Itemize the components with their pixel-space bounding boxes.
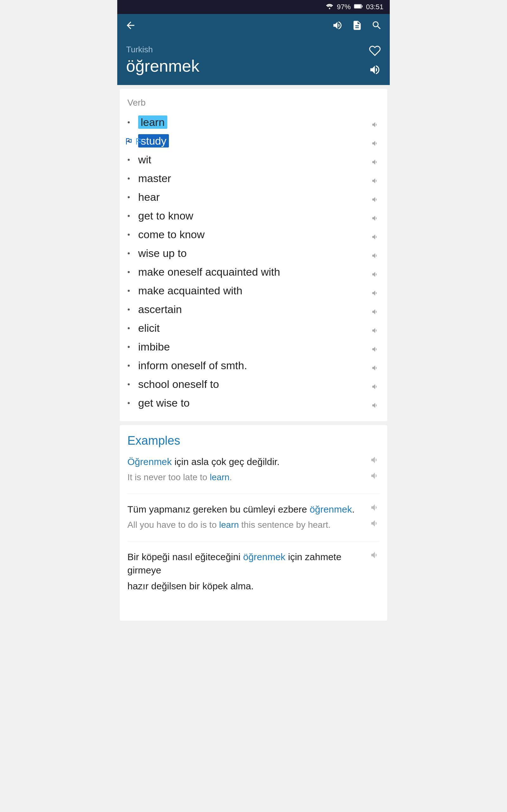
- list-item: • inform oneself of smth.: [127, 356, 380, 375]
- examples-title: Examples: [127, 434, 380, 448]
- list-item: • get wise to: [127, 394, 380, 412]
- example-item: Öğrenmek için asla çok geç değildir. It …: [127, 455, 380, 494]
- speaker-icon[interactable]: [371, 399, 380, 407]
- list-item: • study: [127, 132, 380, 150]
- bullet: •: [127, 155, 134, 164]
- svg-point-0: [329, 8, 330, 9]
- word-text[interactable]: master: [138, 172, 366, 185]
- search-button[interactable]: [372, 20, 382, 34]
- word-list: • learn • study • wit: [127, 113, 380, 412]
- speaker-icon[interactable]: [371, 250, 380, 257]
- speaker-icon[interactable]: [371, 324, 380, 332]
- favorite-button[interactable]: [369, 45, 381, 59]
- bullet: •: [127, 380, 134, 389]
- bullet: •: [127, 361, 134, 370]
- definitions-card: Verb • learn • study: [120, 89, 387, 421]
- example-item: Tüm yapmanız gereken bu cümleyi ezbere ö…: [127, 503, 380, 542]
- list-item: • make acquainted with: [127, 281, 380, 300]
- word-text[interactable]: elicit: [138, 322, 366, 334]
- speaker-icon[interactable]: [371, 212, 380, 220]
- word-text[interactable]: come to know: [138, 229, 366, 241]
- word-text[interactable]: inform oneself of smth.: [138, 359, 366, 372]
- example-audio-button[interactable]: [370, 455, 380, 467]
- list-item: • wise up to: [127, 244, 380, 263]
- example-audio-button[interactable]: [370, 471, 380, 483]
- example-translation: It is never too late to learn.: [127, 471, 366, 484]
- speaker-icon[interactable]: [371, 362, 380, 369]
- example-link[interactable]: öğrenmek: [243, 552, 285, 562]
- example-audio-button[interactable]: [370, 550, 380, 562]
- example-translation-row: It is never too late to learn.: [127, 471, 380, 484]
- toolbar: [117, 14, 390, 40]
- speaker-icon[interactable]: [371, 306, 380, 313]
- example-link[interactable]: öğrenmek: [309, 504, 352, 514]
- example-continued: hazır değilsen bir köpek alma.: [127, 579, 380, 593]
- speaker-icon[interactable]: [371, 287, 380, 295]
- example-original: Tüm yapmanız gereken bu cümleyi ezbere ö…: [127, 503, 366, 516]
- word-text[interactable]: imbibe: [138, 341, 366, 353]
- word-text[interactable]: hear: [138, 191, 366, 203]
- word-text[interactable]: learn: [138, 116, 366, 129]
- speaker-icon[interactable]: [371, 119, 380, 126]
- translation-link[interactable]: learn: [210, 472, 229, 482]
- word-text[interactable]: make acquainted with: [138, 285, 366, 297]
- speaker-icon[interactable]: [371, 175, 380, 183]
- list-item: • wit: [127, 150, 380, 169]
- examples-section: Examples Öğrenmek için asla çok geç deği…: [120, 425, 387, 621]
- wifi-icon: [326, 3, 334, 11]
- example-row: Bir köpeği nasıl eğiteceğini öğrenmek iç…: [127, 550, 380, 577]
- word-text[interactable]: wise up to: [138, 247, 366, 259]
- example-row: Tüm yapmanız gereken bu cümleyi ezbere ö…: [127, 503, 380, 516]
- bullet: •: [127, 287, 134, 295]
- toolbar-actions: [332, 20, 382, 34]
- bullet: •: [127, 268, 134, 276]
- list-item: • imbibe: [127, 338, 380, 356]
- word-text[interactable]: get to know: [138, 210, 366, 222]
- speaker-icon[interactable]: [371, 194, 380, 201]
- word-header: Turkish öğrenmek: [117, 40, 390, 85]
- bullet: •: [127, 212, 134, 220]
- audio-button[interactable]: [332, 20, 343, 34]
- speaker-icon[interactable]: [371, 268, 380, 276]
- word-text[interactable]: wit: [138, 154, 366, 166]
- example-row: Öğrenmek için asla çok geç değildir.: [127, 455, 380, 468]
- bullet: •: [127, 399, 134, 408]
- list-item: • elicit: [127, 319, 380, 338]
- bullet: •: [127, 324, 134, 333]
- list-item: • make oneself acquainted with: [127, 263, 380, 281]
- list-item: • school oneself to: [127, 375, 380, 394]
- word-text[interactable]: school oneself to: [138, 378, 366, 391]
- speaker-icon[interactable]: [371, 137, 380, 145]
- speaker-icon[interactable]: [371, 380, 380, 388]
- list-item: • ascertain: [127, 300, 380, 319]
- example-translation-row: All you have to do is to learn this sent…: [127, 519, 380, 531]
- example-audio-button[interactable]: [370, 519, 380, 530]
- doc-button[interactable]: [352, 20, 362, 34]
- speaker-icon[interactable]: [371, 343, 380, 351]
- speaker-icon[interactable]: [371, 231, 380, 239]
- list-item: • hear: [127, 188, 380, 206]
- word-audio-button[interactable]: [369, 64, 381, 79]
- battery-percent: 97%: [337, 3, 351, 11]
- svg-rect-3: [362, 5, 362, 7]
- example-original: Öğrenmek için asla çok geç değildir.: [127, 455, 366, 468]
- list-item: • learn: [127, 113, 380, 132]
- example-link[interactable]: Öğrenmek: [127, 456, 172, 467]
- status-bar: 97% 03:51: [117, 0, 390, 14]
- bullet: •: [127, 230, 134, 239]
- word-text[interactable]: get wise to: [138, 397, 366, 409]
- word-text[interactable]: make oneself acquainted with: [138, 266, 366, 278]
- bullet: •: [127, 343, 134, 351]
- back-button[interactable]: [125, 20, 136, 34]
- example-original: Bir köpeği nasıl eğiteceğini öğrenmek iç…: [127, 550, 366, 577]
- example-audio-button[interactable]: [370, 503, 380, 514]
- translation-link[interactable]: learn: [219, 520, 239, 530]
- example-item: Bir köpeği nasıl eğiteceğini öğrenmek iç…: [127, 550, 380, 603]
- battery-icon: [354, 3, 363, 11]
- bullet: •: [127, 118, 134, 127]
- pos-label: Verb: [127, 98, 380, 108]
- word-text[interactable]: ascertain: [138, 303, 366, 316]
- speaker-icon[interactable]: [371, 156, 380, 164]
- example-translation: All you have to do is to learn this sent…: [127, 519, 366, 531]
- word-text[interactable]: study: [138, 135, 366, 147]
